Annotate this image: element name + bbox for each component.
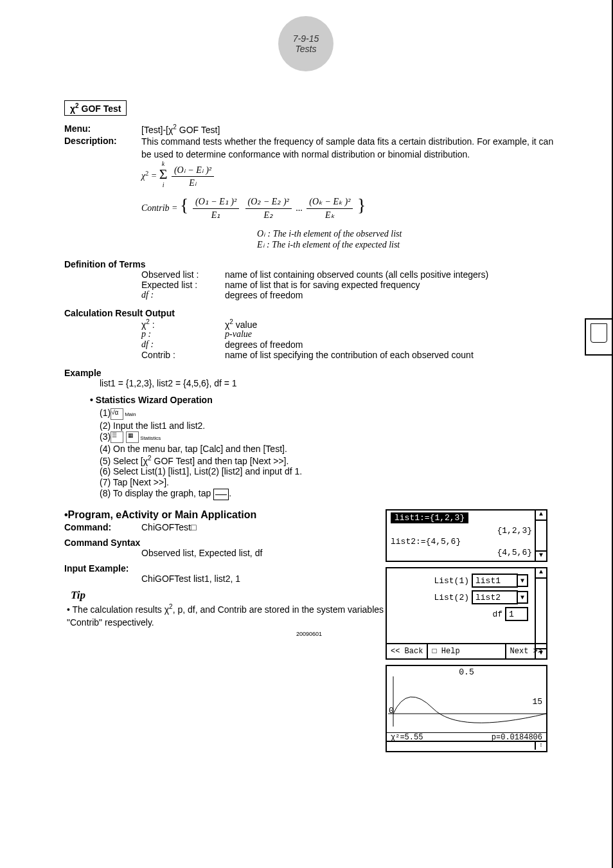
title-rest: GOF Test	[79, 104, 121, 114]
section-name: Tests	[296, 44, 317, 54]
dropdown-icon-2[interactable]: ▼	[518, 591, 528, 604]
bottom-toolbar: ↕	[387, 741, 546, 751]
formula-chi-eq: =	[148, 171, 157, 181]
terms-df-v: degrees of freedom	[225, 290, 303, 300]
menu-row: Menu: [Test]-[χ2 GOF Test]	[64, 123, 554, 135]
terms-obs-v: name of list containing observed counts …	[225, 269, 488, 280]
terms-df-k: df :	[141, 290, 225, 300]
cmd-value: ChiGOFTest□	[141, 522, 196, 532]
formula-contrib: Contrib = { (O₁ − E₁ )²E₁ (O₂ − E₂ )²E₂ …	[141, 192, 554, 222]
menu-value: [Test]-[χ2 GOF Test]	[141, 123, 220, 135]
terms-obs-k: Observed list :	[141, 269, 225, 280]
syn-v-text: Observed list, Expected list, df	[141, 548, 262, 558]
scroll-up-icon-2[interactable]: ▲	[536, 568, 546, 579]
c2n: (O₂ − E₂ )²	[245, 195, 292, 209]
next-button[interactable]: Next >>	[506, 644, 546, 658]
calc-chi-colon: :	[150, 319, 155, 329]
screenshots: ▲▼ list1:={1,2,3} {1,2,3} list2:={4,5,6}…	[386, 509, 547, 757]
s8b: .	[229, 488, 231, 498]
contrib-frac-k: (Oₖ − Eₖ )²Eₖ	[306, 195, 353, 221]
scroll-up-icon[interactable]: ▲	[536, 511, 546, 521]
s5b: GOF Test] and then tap [Next >>].	[152, 455, 289, 466]
dropdown-icon-1[interactable]: ▼	[518, 574, 528, 587]
mid-r3l: df	[395, 610, 505, 619]
chi-num: (Oᵢ − Eᵢ )²	[172, 164, 214, 177]
terms-exp-k: Expected list :	[141, 280, 225, 290]
statistics-app-icon[interactable]	[126, 431, 139, 443]
cmd-label: Command:	[64, 522, 141, 532]
screen-top: ▲▼ list1:={1,2,3} {1,2,3} list2:={4,5,6}…	[386, 509, 547, 562]
oi-line: Oᵢ : The i-th element of the observed li…	[257, 228, 554, 239]
s6t: (6) Select List(1) [list1], List(2) [lis…	[100, 466, 302, 476]
s8a: (8) To display the graph, tap	[100, 488, 213, 498]
step-7: (7) Tap [Next >>].	[100, 477, 554, 487]
menu-label: Menu:	[64, 123, 141, 135]
page: 7-9-15 Tests χ2 GOF Test Menu: [Test]-[χ…	[0, 0, 613, 868]
graph-icon[interactable]	[213, 489, 229, 500]
mid-r2l: List(2)	[395, 593, 472, 602]
calc-con-v: name of list specifying the contribution…	[225, 350, 474, 360]
example-heading: Example	[64, 368, 554, 378]
mid-row-1: List(1)list1▼	[391, 572, 532, 589]
steps-list: (1) Main (2) Input the list1 and list2. …	[100, 408, 554, 500]
top-l2: list2:={4,5,6}	[387, 536, 546, 547]
def-terms-heading: Definition of Terms	[64, 259, 554, 269]
sum-top: k	[162, 159, 164, 168]
df-input[interactable]: 1	[505, 607, 528, 621]
calc-heading: Calculation Result Output	[64, 308, 554, 318]
page-header-badge: 7-9-15 Tests	[278, 16, 333, 71]
back-button[interactable]: << Back	[387, 644, 428, 658]
step-6: (6) Select List(1) [list1], List(2) [lis…	[100, 466, 554, 476]
calc-df-k: df :	[141, 339, 225, 350]
step-8: (8) To display the graph, tap .	[100, 488, 554, 500]
scroll-down-icon[interactable]: ▼	[536, 550, 546, 561]
contrib-frac-2: (O₂ − E₂ )²E₂	[245, 195, 292, 221]
c1n: (O₁ − E₁ )²	[193, 195, 239, 209]
chi-den: Eᵢ	[186, 177, 199, 190]
desc-text: This command tests whether the frequency…	[141, 136, 554, 161]
calc-p-k: p :	[141, 329, 225, 339]
brace-open-icon: {	[180, 195, 188, 215]
mid-row-2: List(2)list2▼	[391, 589, 532, 606]
calc-df-v: degrees of freedom	[225, 339, 303, 350]
scrollbar[interactable]: ▲▼	[535, 511, 546, 561]
ellipsis: ...	[296, 203, 303, 213]
stats-label: Statistics	[139, 435, 161, 441]
step-1: (1) Main	[100, 408, 554, 419]
graph-plot	[388, 676, 547, 728]
help-button[interactable]: □ Help	[428, 644, 506, 658]
chi-fraction: (Oᵢ − Eᵢ )² Eᵢ	[172, 164, 214, 190]
wizard-heading: • Statistics Wizard Operation	[90, 395, 554, 405]
mid-row-3: df1	[391, 606, 532, 622]
mid-body: List(1)list1▼ List(2)list2▼ df1	[387, 568, 546, 622]
device-nav-icon[interactable]	[585, 318, 612, 356]
contrib-lhs: Contrib =	[141, 203, 180, 213]
menu-value-pre: [Test]-[χ	[141, 124, 173, 134]
step-2: (2) Input the list1 and list2.	[100, 420, 554, 431]
menu-icon[interactable]	[111, 431, 123, 443]
ckn: (Oₖ − Eₖ )²	[306, 195, 353, 209]
menu-value-post: GOF Test]	[177, 124, 220, 134]
main-app-icon[interactable]	[111, 408, 123, 420]
step-3: (3) Statistics	[100, 431, 554, 443]
list2-input[interactable]: list2	[472, 590, 518, 604]
contrib-frac-1: (O₁ − E₁ )²E₁	[193, 195, 239, 221]
example-data: list1 = {1,2,3}, list2 = {4,5,6}, df = 1	[100, 378, 554, 388]
device-icon-inner	[591, 323, 607, 343]
calc-p-v: p-value	[225, 329, 252, 339]
list1-input[interactable]: list1	[472, 574, 518, 588]
calc-chi-v: χ2 value	[225, 318, 257, 330]
top-r2: {4,5,6}	[387, 547, 546, 558]
chi-symbol: χ	[70, 104, 75, 114]
brace-close-icon: }	[357, 195, 366, 215]
section-title-box: χ2 GOF Test	[64, 100, 127, 116]
ckd: Eₖ	[323, 209, 337, 222]
page-number: 7-9-15	[293, 33, 319, 44]
step-4: (4) On the menu bar, tap [Calc] and then…	[100, 444, 554, 454]
resize-icon[interactable]: ↕	[535, 742, 546, 750]
c1d: E₁	[209, 209, 224, 222]
screen-bot: 0.5 15 0 χ²=5.55 p=0.0184806 ↕	[386, 665, 547, 752]
s1-num: (1)	[100, 408, 111, 418]
sum-bot: i	[163, 181, 164, 190]
calc-table: χ2 :χ2 value p :p-value df :degrees of f…	[141, 318, 554, 361]
